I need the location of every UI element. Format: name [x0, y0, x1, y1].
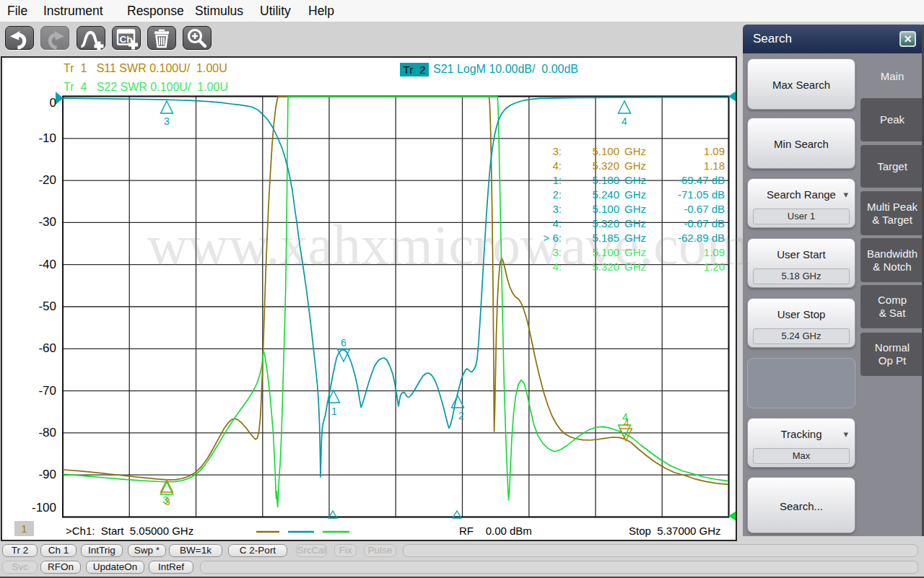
svg-text:1: 1: [331, 406, 337, 417]
svg-text:3: 3: [164, 115, 170, 127]
svg-text:6: 6: [341, 337, 346, 349]
svg-text:4: 4: [622, 115, 627, 127]
svg-text:2: 2: [458, 410, 464, 421]
svg-text:4: 4: [624, 417, 629, 429]
svg-text:3: 3: [165, 496, 170, 507]
